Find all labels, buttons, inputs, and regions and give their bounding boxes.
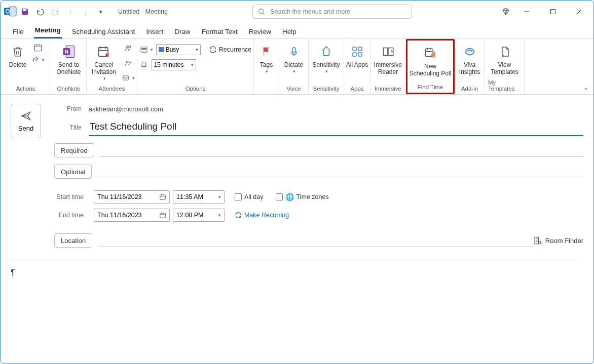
svg-point-3 xyxy=(259,9,264,14)
tags-button[interactable]: Tags ▾ xyxy=(256,42,277,74)
search-input[interactable]: Search the menus and more xyxy=(252,5,412,19)
sensitivity-icon xyxy=(318,43,335,60)
svg-rect-20 xyxy=(353,53,356,56)
scheduling-poll-icon xyxy=(422,45,439,62)
svg-rect-16 xyxy=(144,48,145,49)
redo-icon[interactable] xyxy=(50,6,61,17)
outlook-meeting-window: ↑ ↓ ▾ Untitled - Meeting Search the menu… xyxy=(0,0,594,364)
time-zones-checkbox[interactable]: 🌐Time zones xyxy=(276,193,329,201)
show-as-color-button[interactable]: ▾ xyxy=(139,46,153,54)
address-book-icon[interactable] xyxy=(124,44,133,54)
location-button[interactable]: Location xyxy=(54,233,92,248)
svg-rect-23 xyxy=(431,54,433,58)
location-field[interactable] xyxy=(98,234,533,247)
required-button[interactable]: Required xyxy=(54,143,94,157)
dictate-button[interactable]: Dictate ▾ xyxy=(282,42,306,74)
send-button[interactable]: Send xyxy=(11,104,41,138)
end-time-label: End time xyxy=(54,212,91,219)
start-time-picker[interactable]: 11:35 AM▾ xyxy=(173,190,225,204)
cancel-invitation-icon xyxy=(95,43,113,60)
tab-draw[interactable]: Draw xyxy=(173,28,192,38)
make-recurring-button[interactable]: Make Recurring xyxy=(235,212,289,219)
tab-review[interactable]: Review xyxy=(248,28,272,38)
form-area: Send From askhetan@microsoft.com Title R… xyxy=(1,95,593,363)
ribbon: Delete ▾ Actions N Send to OneNote OneNo… xyxy=(1,39,593,95)
svg-rect-4 xyxy=(551,10,555,14)
maximize-button[interactable] xyxy=(542,4,564,19)
search-placeholder: Search the menus and more xyxy=(270,8,350,15)
tab-meeting[interactable]: Meeting xyxy=(34,26,62,38)
title-input[interactable] xyxy=(89,119,583,136)
required-field[interactable] xyxy=(100,144,583,157)
forward-small-button[interactable]: ▾ xyxy=(31,56,45,63)
tabstrip: File Meeting Scheduling Assistant Insert… xyxy=(1,23,593,39)
previous-item-icon[interactable]: ↑ xyxy=(65,6,76,17)
pilcrow-marker: ¶ xyxy=(11,268,15,277)
ribbon-collapse-icon[interactable]: ⌄ xyxy=(583,84,588,91)
tab-help[interactable]: Help xyxy=(281,28,298,38)
close-button[interactable] xyxy=(568,4,590,19)
svg-rect-27 xyxy=(535,237,539,244)
group-label-voice: Voice xyxy=(286,85,301,93)
svg-rect-15 xyxy=(142,48,143,49)
from-value: askhetan@microsoft.com xyxy=(89,105,163,113)
svg-rect-1 xyxy=(10,7,16,16)
sensitivity-button[interactable]: Sensitivity ▾ xyxy=(311,42,342,74)
end-time-picker[interactable]: 12:00 PM▾ xyxy=(173,209,225,222)
new-scheduling-poll-button[interactable]: New Scheduling Poll xyxy=(409,44,452,77)
check-names-icon[interactable] xyxy=(124,59,133,69)
all-day-checkbox[interactable]: All day xyxy=(235,193,264,200)
svg-point-11 xyxy=(128,46,130,48)
svg-rect-26 xyxy=(160,213,166,218)
trash-icon xyxy=(9,43,26,60)
optional-button[interactable]: Optional xyxy=(54,165,92,179)
svg-rect-17 xyxy=(292,48,295,53)
undo-icon[interactable] xyxy=(34,6,46,17)
next-item-icon[interactable]: ↓ xyxy=(80,6,91,17)
group-label-my-templates: My Templates xyxy=(488,78,521,93)
response-options-icon[interactable]: ▾ xyxy=(121,74,135,82)
save-icon[interactable] xyxy=(19,6,30,17)
find-time-group: New Scheduling Poll Find Time xyxy=(406,39,455,94)
titlebar: ↑ ↓ ▾ Untitled - Meeting Search the menu… xyxy=(1,1,593,23)
calendar-small-icon[interactable] xyxy=(33,43,43,54)
cancel-invitation-button[interactable]: Cancel Invitation ▾ xyxy=(89,42,119,81)
minimize-button[interactable] xyxy=(515,4,538,19)
viva-insights-button[interactable]: Viva Insights xyxy=(457,42,483,76)
group-label-apps: Apps xyxy=(350,85,363,93)
group-label-attendees: Attendees xyxy=(99,85,125,93)
svg-rect-14 xyxy=(141,47,147,53)
coming-soon-icon[interactable] xyxy=(497,4,514,19)
svg-text:N: N xyxy=(64,49,68,55)
qat-customize-icon[interactable]: ▾ xyxy=(95,6,106,17)
message-body[interactable]: ¶ xyxy=(11,261,583,277)
title-label: Title xyxy=(49,124,89,131)
immersive-reader-button[interactable]: Immersive Reader xyxy=(373,42,403,76)
start-date-picker[interactable]: Thu 11/16/2023 xyxy=(94,190,170,204)
svg-rect-5 xyxy=(34,45,42,51)
window-title: Untitled - Meeting xyxy=(118,8,168,15)
reminder-icon xyxy=(139,59,148,70)
tab-format-text[interactable]: Format Text xyxy=(201,28,239,38)
flag-icon xyxy=(258,43,275,60)
svg-point-10 xyxy=(126,46,128,48)
end-date-picker[interactable]: Thu 11/16/2023 xyxy=(94,209,170,222)
group-label-actions: Actions xyxy=(16,85,35,93)
show-as-select[interactable]: Busy ▾ xyxy=(156,44,201,55)
view-templates-button[interactable]: View Templates xyxy=(489,42,521,76)
recurrence-button[interactable]: Recurrence xyxy=(209,46,252,54)
svg-rect-19 xyxy=(358,47,362,51)
tab-insert[interactable]: Insert xyxy=(145,28,164,38)
onenote-icon: N xyxy=(60,43,78,60)
tab-scheduling-assistant[interactable]: Scheduling Assistant xyxy=(71,28,136,38)
all-apps-button[interactable]: All Apps xyxy=(346,42,368,69)
immersive-reader-icon xyxy=(380,43,397,60)
tab-file[interactable]: File xyxy=(12,28,25,38)
delete-button[interactable]: Delete xyxy=(7,42,29,69)
room-finder-button[interactable]: Room Finder xyxy=(533,236,583,245)
send-to-onenote-button[interactable]: N Send to OneNote xyxy=(54,42,84,76)
optional-field[interactable] xyxy=(98,165,583,178)
group-label-find-time: Find Time xyxy=(418,83,443,92)
viva-icon xyxy=(461,43,478,60)
reminder-select[interactable]: 15 minutes ▾ xyxy=(152,59,196,70)
